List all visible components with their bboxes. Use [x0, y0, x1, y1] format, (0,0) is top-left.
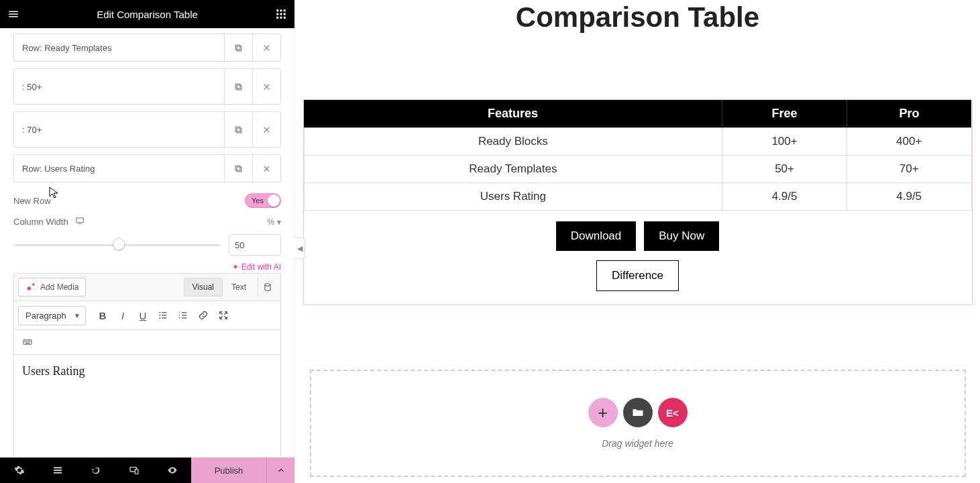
svg-point-19: [264, 284, 270, 286]
editor-area[interactable]: Users Rating: [13, 355, 281, 458]
editor-content: Users Rating: [22, 364, 272, 378]
desktop-icon[interactable]: [75, 216, 85, 227]
sidebar-title: Edit Comparison Table: [23, 9, 272, 20]
drop-area[interactable]: + E< Drag widget here: [310, 370, 966, 477]
comparison-table: Features Free Pro Ready Blocks 100+ 400+…: [304, 100, 972, 211]
svg-rect-17: [76, 218, 83, 223]
ol-button[interactable]: 123: [173, 305, 193, 325]
sidebar-header: Edit Comparison Table: [0, 0, 294, 28]
preview: ◀ Comparison Table Features Free Pro Rea…: [295, 0, 980, 483]
svg-rect-11: [237, 85, 241, 90]
responsive-icon[interactable]: [115, 458, 153, 483]
svg-rect-0: [276, 9, 278, 11]
dynamic-tags-icon[interactable]: [258, 278, 276, 297]
duplicate-icon[interactable]: [224, 155, 252, 182]
th-pro: Pro: [847, 100, 971, 128]
table-row: Ready Blocks 100+ 400+: [304, 128, 971, 156]
svg-rect-1: [280, 9, 282, 11]
page-title: Comparison Table: [302, 1, 973, 34]
sparkle-icon: ✦: [232, 262, 239, 272]
close-icon[interactable]: [252, 34, 280, 61]
difference-button[interactable]: Difference: [596, 260, 679, 291]
svg-rect-36: [28, 341, 29, 341]
col-width-input[interactable]: [229, 234, 281, 256]
drop-hint: Drag widget here: [602, 438, 673, 449]
history-icon[interactable]: [76, 458, 115, 483]
table-actions: Download Buy Now: [304, 221, 972, 251]
row-item[interactable]: Row: Ready Templates: [13, 34, 281, 62]
edit-with-ai-link[interactable]: ✦ Edit with AI: [13, 262, 281, 272]
fullscreen-button[interactable]: [213, 305, 233, 325]
preview-icon[interactable]: [153, 458, 191, 483]
svg-rect-27: [182, 312, 186, 313]
svg-rect-2: [284, 9, 286, 11]
th-free: Free: [722, 100, 847, 128]
close-icon[interactable]: [252, 112, 280, 147]
tab-visual[interactable]: Visual: [184, 278, 223, 297]
row-item[interactable]: : 50+: [13, 68, 281, 105]
close-icon[interactable]: [252, 69, 280, 104]
collapse-sidebar-handle[interactable]: ◀: [294, 237, 305, 259]
templates-icon[interactable]: E<: [658, 398, 688, 427]
ul-button[interactable]: [153, 305, 173, 325]
navigator-icon[interactable]: [38, 458, 76, 483]
svg-rect-40: [135, 470, 138, 474]
grid-icon[interactable]: [272, 5, 290, 23]
svg-rect-15: [237, 167, 241, 172]
row-item[interactable]: : 70+: [13, 111, 281, 148]
row-item[interactable]: Row: Users Rating: [13, 154, 281, 182]
sidebar: Edit Comparison Table Row: Ready Templat…: [0, 0, 295, 483]
svg-rect-37: [30, 341, 30, 341]
add-section-button[interactable]: +: [588, 398, 618, 427]
col-width-slider-row: [13, 234, 281, 256]
editor-top-bar: Add Media Visual Text: [13, 273, 281, 301]
editor-toolbar-row2: [13, 330, 281, 355]
publish-button[interactable]: Publish: [191, 458, 266, 483]
new-row-toggle[interactable]: Yes: [245, 193, 281, 208]
menu-icon[interactable]: [4, 5, 23, 23]
underline-button[interactable]: U: [133, 305, 153, 325]
svg-rect-13: [237, 128, 241, 133]
italic-button[interactable]: I: [113, 305, 133, 325]
buy-now-button[interactable]: Buy Now: [644, 221, 719, 251]
close-icon[interactable]: [252, 155, 280, 182]
bold-button[interactable]: B: [93, 305, 113, 325]
settings-icon[interactable]: [0, 458, 38, 483]
svg-rect-7: [280, 17, 282, 19]
col-width-label: Column Width: [13, 217, 68, 227]
svg-rect-23: [162, 315, 166, 315]
svg-rect-38: [25, 343, 30, 343]
svg-rect-4: [280, 13, 282, 15]
duplicate-icon[interactable]: [224, 112, 252, 147]
col-width-slider[interactable]: [13, 238, 221, 252]
toggle-label: Yes: [252, 197, 264, 205]
svg-rect-32: [23, 340, 32, 345]
svg-rect-16: [235, 166, 240, 170]
keyboard-icon[interactable]: [18, 334, 37, 350]
slider-thumb[interactable]: [113, 238, 125, 250]
svg-rect-5: [284, 13, 286, 15]
panel-body: Row: Ready Templates : 50+ : 70+ Row: Us…: [0, 28, 294, 458]
folder-icon[interactable]: [623, 398, 653, 427]
table-row: Users Rating 4.9/5 4.9/5: [304, 183, 971, 211]
svg-point-24: [159, 317, 160, 319]
th-features: Features: [304, 100, 722, 128]
tab-text[interactable]: Text: [223, 278, 255, 297]
svg-point-18: [28, 286, 31, 290]
toggle-thumb: [268, 195, 280, 207]
comparison-table-widget[interactable]: Features Free Pro Ready Blocks 100+ 400+…: [303, 99, 973, 305]
link-button[interactable]: [193, 305, 213, 325]
duplicate-icon[interactable]: [224, 34, 252, 61]
svg-rect-14: [235, 127, 240, 131]
download-button[interactable]: Download: [556, 221, 637, 251]
row-item-label: : 50+: [14, 69, 224, 104]
svg-point-20: [159, 312, 160, 313]
format-select[interactable]: Paragraph: [18, 306, 86, 325]
duplicate-icon[interactable]: [224, 69, 252, 104]
col-width-setting: Column Width % ▾: [13, 212, 281, 231]
svg-rect-21: [162, 312, 166, 313]
units-select[interactable]: % ▾: [267, 217, 281, 227]
new-row-label: New Row: [13, 196, 51, 206]
publish-more-button[interactable]: [266, 458, 294, 483]
add-media-button[interactable]: Add Media: [18, 278, 86, 297]
